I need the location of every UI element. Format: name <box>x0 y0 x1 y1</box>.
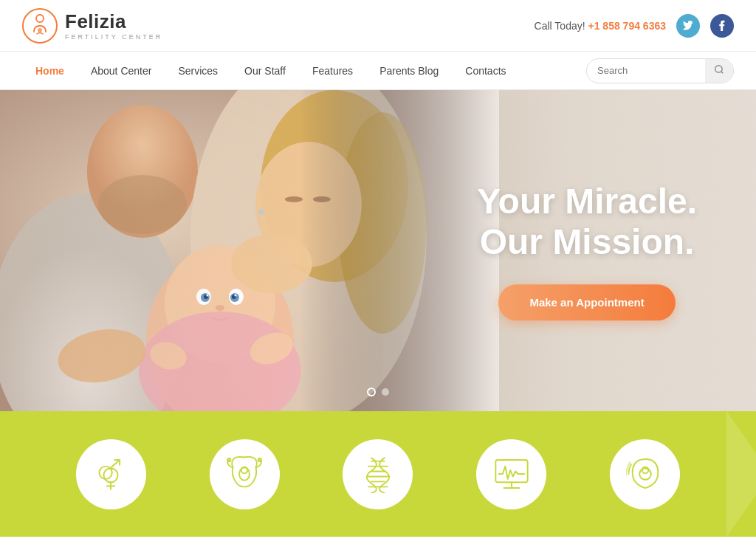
nav-item-staff[interactable]: Our Staff <box>231 53 299 89</box>
svg-rect-51 <box>495 460 527 482</box>
service-circle-gender <box>76 439 146 509</box>
brand-name: Felizia <box>65 10 162 33</box>
hero-section: Your Miracle. Our Mission. Make an Appoi… <box>0 90 756 411</box>
make-appointment-button[interactable]: Make an Appointment <box>498 284 675 320</box>
nav-item-home[interactable]: Home <box>22 53 78 89</box>
nav-item-blog[interactable]: Parents Blog <box>366 53 452 89</box>
twitter-button[interactable] <box>676 14 700 38</box>
hero-content: Your Miracle. Our Mission. Make an Appoi… <box>477 181 697 320</box>
service-item-dna[interactable] <box>343 439 413 509</box>
search-box <box>586 58 734 83</box>
nav-item-features[interactable]: Features <box>299 53 366 89</box>
service-item-pregnancy-scan[interactable] <box>610 439 680 509</box>
logo-icon <box>22 8 58 44</box>
navigation-bar: Home About Center Services Our Staff Fea… <box>0 52 756 90</box>
hero-headline: Your Miracle. Our Mission. <box>477 181 697 262</box>
nav-link-about[interactable]: About Center <box>78 53 165 89</box>
hero-dot-1[interactable] <box>367 388 376 396</box>
service-circle-ultrasound <box>476 439 546 509</box>
service-circle-pregnancy-scan <box>610 439 680 509</box>
search-input[interactable] <box>587 65 705 76</box>
nav-item-about[interactable]: About Center <box>78 53 165 89</box>
hero-dot-2[interactable] <box>382 388 389 396</box>
hero-dots <box>367 388 389 396</box>
svg-line-35 <box>111 460 120 468</box>
search-button[interactable] <box>705 59 733 83</box>
nav-item-services[interactable]: Services <box>165 53 231 89</box>
facebook-button[interactable] <box>710 14 734 38</box>
svg-point-3 <box>715 66 722 72</box>
services-bar <box>0 411 756 537</box>
arrow-decoration <box>690 411 756 537</box>
nav-link-home[interactable]: Home <box>22 53 78 89</box>
service-circle-embryo <box>210 439 280 509</box>
svg-point-1 <box>36 15 44 22</box>
nav-item-contacts[interactable]: Contacts <box>452 53 519 89</box>
logo-area: Felizia FERTILITY CENTER <box>22 8 162 44</box>
nav-link-contacts[interactable]: Contacts <box>452 53 519 89</box>
nav-links: Home About Center Services Our Staff Fea… <box>22 53 520 89</box>
service-circle-dna <box>343 439 413 509</box>
top-right-area: Call Today! +1 858 794 6363 <box>535 14 734 38</box>
brand-subtitle: FERTILITY CENTER <box>65 33 162 41</box>
svg-line-4 <box>721 72 724 74</box>
service-item-embryo[interactable] <box>210 439 280 509</box>
service-item-gender[interactable] <box>76 439 146 509</box>
service-item-ultrasound[interactable] <box>476 439 546 509</box>
nav-link-features[interactable]: Features <box>299 53 366 89</box>
svg-point-2 <box>38 28 42 32</box>
top-bar: Felizia FERTILITY CENTER Call Today! +1 … <box>0 0 756 52</box>
nav-link-staff[interactable]: Our Staff <box>231 53 299 89</box>
call-today: Call Today! +1 858 794 6363 <box>535 20 666 32</box>
logo-text: Felizia FERTILITY CENTER <box>65 10 162 41</box>
nav-link-blog[interactable]: Parents Blog <box>366 53 452 89</box>
nav-link-services[interactable]: Services <box>165 53 231 89</box>
